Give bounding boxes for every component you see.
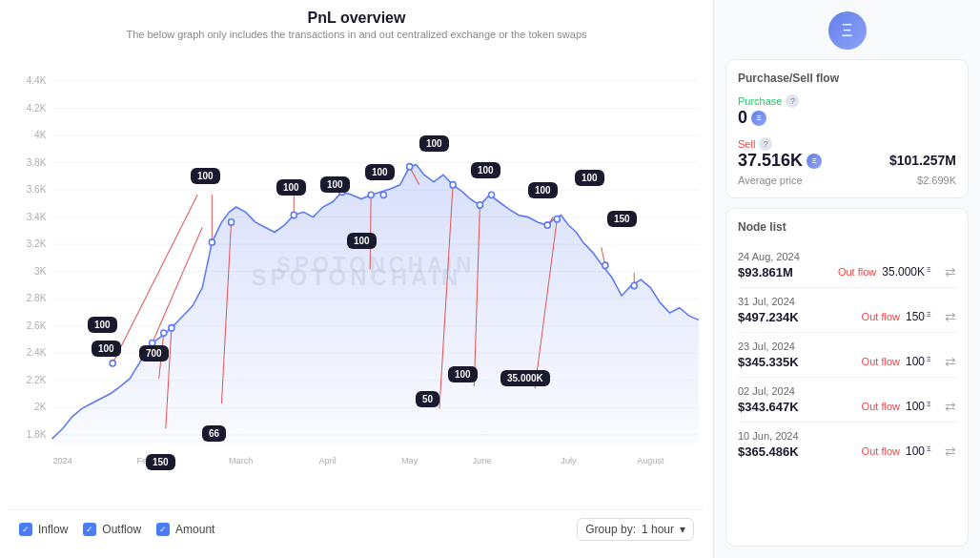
node-price: $365.486K [738, 444, 799, 459]
legend-bar: ✓ Inflow ✓ Outflow ✓ Amount Group by: 1 … [10, 509, 704, 548]
outflow-label: Outflow [102, 523, 141, 536]
avg-value: $2.699K [917, 175, 956, 186]
inflow-checkbox[interactable]: ✓ [19, 523, 32, 536]
node-date: 23 Jul, 2024 [738, 341, 956, 352]
svg-text:2.4K: 2.4K [27, 347, 47, 358]
purchase-sell-card: Purchase/Sell flow Purchase ? 0 Ξ Sell ? [725, 59, 969, 198]
eth-node-icon: Ξ [927, 445, 939, 458]
svg-point-63 [229, 219, 235, 225]
sell-value: 37.516K Ξ [738, 151, 822, 171]
bubble-100-7: 100 [528, 182, 558, 198]
amount-checkbox[interactable]: ✓ [156, 523, 170, 536]
node-flow-label: Out flow [862, 445, 900, 457]
svg-point-43 [291, 212, 296, 217]
purchase-label: Purchase [738, 95, 782, 107]
sell-usd-value: $101.257M [889, 153, 956, 168]
node-date: 10 Jun, 2024 [738, 430, 956, 442]
section-title: Purchase/Sell flow [738, 72, 956, 85]
swap-icon[interactable]: ⇄ [945, 309, 956, 324]
node-list-container: 24 Aug, 2024 $93.861M Out flow 35.000K Ξ… [738, 243, 956, 466]
avg-row: Average price $2.699K [738, 175, 956, 186]
svg-text:1.8K: 1.8K [27, 429, 47, 440]
svg-text:2024: 2024 [52, 456, 71, 465]
svg-text:3K: 3K [34, 266, 46, 277]
node-date: 24 Aug, 2024 [738, 251, 956, 262]
eth-small-icon: Ξ [751, 111, 766, 126]
chevron-down-icon: ▾ [680, 523, 685, 536]
bubble-66: 66 [202, 425, 226, 442]
bubble-150-2: 150 [146, 454, 175, 470]
bubble-100-3: 100 [320, 176, 350, 193]
svg-point-59 [161, 330, 167, 336]
eth-node-icon: Ξ [927, 401, 939, 413]
svg-point-61 [169, 325, 174, 331]
swap-icon[interactable]: ⇄ [945, 399, 956, 414]
group-by-value: 1 hour [642, 523, 674, 536]
svg-text:3.2K: 3.2K [27, 238, 47, 249]
sell-info-icon[interactable]: ? [759, 137, 772, 151]
purchase-row: Purchase ? 0 Ξ [738, 94, 956, 128]
node-item-4: 10 Jun, 2024 $365.486K Out flow 100 Ξ ⇄ [738, 423, 956, 466]
bubble-100-10: 100 [448, 366, 478, 382]
bubble-100-9: 100 [347, 233, 377, 249]
svg-point-55 [602, 262, 608, 268]
svg-text:2.6K: 2.6K [27, 320, 47, 331]
sidebar: Ξ Purchase/Sell flow Purchase ? 0 Ξ Sell [713, 0, 980, 558]
swap-icon[interactable]: ⇄ [945, 264, 956, 279]
node-flow-label: Out flow [862, 401, 900, 412]
legend-inflow[interactable]: ✓ Inflow [19, 523, 68, 536]
node-amount: 100 Ξ [906, 400, 939, 413]
purchase-info-icon[interactable]: ? [786, 94, 799, 108]
svg-text:2K: 2K [34, 402, 46, 412]
bubble-100-2: 100 [276, 179, 306, 196]
node-list-title: Node list [738, 220, 956, 234]
svg-point-37 [110, 361, 115, 366]
svg-text:4.4K: 4.4K [27, 75, 47, 86]
bubble-150: 150 [607, 211, 637, 227]
svg-text:3.8K: 3.8K [27, 157, 47, 168]
node-date: 31 Jul, 2024 [738, 296, 956, 307]
node-amount: 100 Ξ [906, 444, 939, 458]
group-by-select[interactable]: Group by: 1 hour ▾ [577, 518, 694, 541]
avg-label: Average price [738, 175, 803, 186]
eth-small-icon-2: Ξ [806, 154, 822, 169]
chart-svg: 4.4K 4.2K 4K 3.8K 3.6K 3.4K 3.2K 3K 2.8K… [10, 46, 704, 509]
svg-point-41 [209, 239, 214, 245]
eth-node-icon: Ξ [927, 311, 939, 323]
eth-icon: Ξ [828, 11, 867, 50]
outflow-checkbox[interactable]: ✓ [83, 523, 96, 536]
chart-container: 4.4K 4.2K 4K 3.8K 3.6K 3.4K 3.2K 3K 2.8K… [10, 46, 704, 509]
amount-label: Amount [175, 523, 214, 536]
svg-text:June: June [473, 456, 492, 465]
svg-point-53 [544, 222, 550, 228]
svg-text:May: May [401, 456, 419, 465]
node-price: $343.647K [738, 400, 799, 414]
node-flow-label: Out flow [862, 356, 900, 367]
bubble-100-4: 100 [365, 164, 395, 180]
node-amount: 150 Ξ [906, 310, 939, 323]
swap-icon[interactable]: ⇄ [945, 354, 956, 369]
svg-text:3.6K: 3.6K [27, 184, 47, 195]
node-date: 02 Jul, 2024 [738, 385, 956, 397]
legend-outflow[interactable]: ✓ Outflow [83, 523, 141, 536]
node-item-2: 23 Jul, 2024 $345.335K Out flow 100 Ξ ⇄ [738, 333, 956, 378]
node-flow-label: Out flow [862, 311, 900, 322]
watermark: SPOTONCHAIN [276, 252, 475, 278]
node-flow-label: Out flow [838, 266, 876, 278]
node-list-section: Node list 24 Aug, 2024 $93.861M Out flow… [725, 208, 969, 547]
bubble-100-6: 100 [471, 162, 500, 178]
node-item-1: 31 Jul, 2024 $497.234K Out flow 150 Ξ ⇄ [738, 288, 956, 333]
svg-point-47 [380, 192, 386, 197]
svg-text:March: March [229, 456, 253, 465]
page-subtitle: The below graph only includes the transa… [10, 29, 704, 40]
swap-icon[interactable]: ⇄ [945, 444, 956, 459]
bubble-100-1: 100 [191, 168, 220, 184]
node-amount: 100 Ξ [906, 355, 939, 368]
legend-amount[interactable]: ✓ Amount [156, 523, 214, 536]
svg-point-49 [407, 164, 413, 170]
node-item-3: 02 Jul, 2024 $343.647K Out flow 100 Ξ ⇄ [738, 378, 956, 423]
bubble-100-5: 100 [419, 135, 449, 152]
node-price: $497.234K [738, 310, 799, 324]
svg-point-69 [450, 182, 456, 188]
svg-text:4.2K: 4.2K [27, 102, 47, 113]
